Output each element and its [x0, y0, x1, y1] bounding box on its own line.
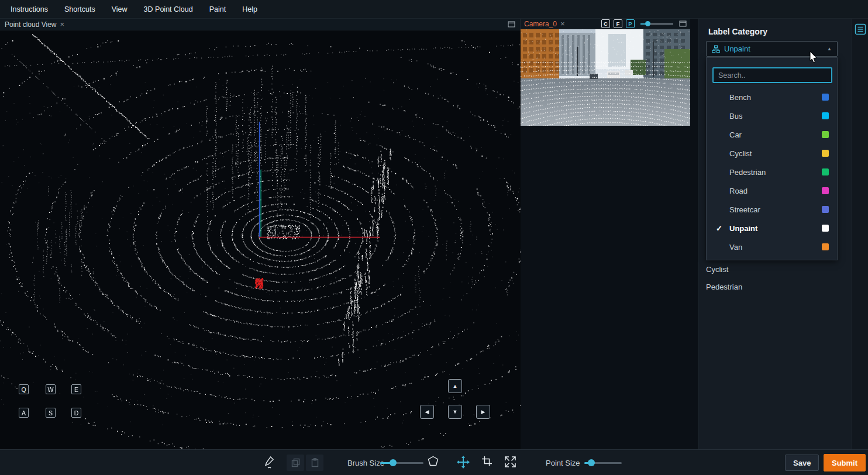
- menu-shortcuts[interactable]: Shortcuts: [64, 5, 95, 13]
- paste-labels-button[interactable]: [306, 455, 323, 471]
- camera-toggle-p[interactable]: P: [626, 19, 635, 28]
- point-cloud-view-tab[interactable]: Point cloud View: [5, 20, 57, 29]
- category-label: Unpaint: [729, 224, 757, 233]
- color-swatch: [822, 187, 829, 194]
- dropdown-selected-label: Unpaint: [724, 44, 750, 53]
- category-option-road[interactable]: ✓ Road: [707, 181, 837, 200]
- category-search-input[interactable]: [712, 67, 832, 83]
- maximize-panel-icon[interactable]: [508, 21, 515, 27]
- label-category-title: Label Category: [708, 27, 767, 36]
- category-icon: [712, 45, 720, 53]
- camera-maximize-panel-icon[interactable]: [679, 20, 687, 27]
- category-label: Cyclist: [729, 149, 752, 158]
- color-swatch: [822, 243, 829, 250]
- key-hint-d[interactable]: D: [71, 408, 81, 418]
- camera-toggle-f[interactable]: F: [614, 19, 622, 28]
- category-option-bench[interactable]: ✓ Bench: [707, 88, 837, 106]
- category-label: Pedestrian: [729, 168, 766, 177]
- category-label: Bench: [729, 93, 751, 102]
- menu-bar: Instructions Shortcuts View 3D Point Clo…: [0, 0, 868, 19]
- category-option-cyclist[interactable]: ✓ Cyclist: [707, 144, 837, 163]
- pan-up-button[interactable]: ▲: [448, 379, 462, 393]
- brush-size-label: Brush Size: [347, 459, 384, 467]
- camera-image-canvas[interactable]: [521, 29, 690, 126]
- submit-button[interactable]: Submit: [824, 454, 866, 471]
- camera-close-icon[interactable]: ×: [560, 20, 565, 27]
- color-swatch: [822, 150, 829, 157]
- label-instance-pedestrian[interactable]: Pedestrian: [706, 283, 742, 291]
- expand-fullscreen-icon[interactable]: [504, 456, 516, 468]
- move-tool-icon[interactable]: [456, 455, 470, 469]
- menu-paint[interactable]: Paint: [209, 5, 226, 13]
- key-hint-q[interactable]: Q: [19, 384, 29, 394]
- key-hint-w[interactable]: W: [46, 384, 56, 394]
- point-size-label: Point Size: [546, 459, 580, 467]
- crop-frame-icon[interactable]: [481, 456, 492, 467]
- color-swatch: [822, 206, 829, 213]
- category-label: Bus: [729, 112, 742, 121]
- label-instance-cyclist[interactable]: Cyclist: [706, 265, 728, 274]
- label-list-panel-icon[interactable]: [855, 23, 866, 35]
- label-category-dropdown[interactable]: Unpaint ▲: [706, 41, 838, 57]
- category-label: Streetcar: [729, 205, 760, 214]
- pan-right-button[interactable]: ▶: [476, 405, 490, 419]
- slider-thumb[interactable]: [588, 459, 595, 466]
- point-cloud-panel: Point cloud View × Q W E A S D ▲ ◀ ▼ ▶: [0, 19, 521, 449]
- color-swatch: [822, 225, 829, 232]
- category-option-unpaint[interactable]: ✓ Unpaint: [707, 219, 837, 238]
- camera-overlay-slider[interactable]: [640, 20, 673, 27]
- slider-thumb[interactable]: [390, 459, 397, 466]
- category-option-car[interactable]: ✓ Car: [707, 125, 837, 144]
- category-label: Van: [729, 243, 742, 252]
- category-label: Road: [729, 187, 748, 195]
- camera-panel: Camera_0 × C F P: [521, 19, 690, 126]
- category-option-bus[interactable]: ✓ Bus: [707, 106, 837, 125]
- copy-labels-button[interactable]: [287, 455, 304, 471]
- menu-help[interactable]: Help: [242, 5, 257, 13]
- polygon-tool-icon[interactable]: [428, 456, 439, 466]
- check-icon: ✓: [716, 224, 725, 233]
- category-option-pedestrian[interactable]: ✓ Pedestrian: [707, 163, 837, 181]
- key-hint-e[interactable]: E: [71, 384, 81, 394]
- slider-thumb[interactable]: [645, 21, 650, 26]
- key-hint-s[interactable]: S: [46, 408, 56, 418]
- point-size-slider[interactable]: [584, 459, 622, 466]
- close-icon[interactable]: ×: [60, 20, 65, 28]
- brush-tool-icon[interactable]: [264, 456, 274, 469]
- category-label: Car: [729, 130, 742, 139]
- camera-tabbar: Camera_0 × C F P: [521, 19, 690, 29]
- point-cloud-tabbar: Point cloud View ×: [0, 19, 520, 30]
- pan-down-button[interactable]: ▼: [448, 405, 462, 419]
- color-swatch: [822, 168, 829, 175]
- save-button[interactable]: Save: [785, 455, 819, 471]
- right-utility-strip: [852, 19, 868, 449]
- category-option-streetcar[interactable]: ✓ Streetcar: [707, 200, 837, 219]
- color-swatch: [822, 94, 829, 101]
- color-swatch: [822, 131, 829, 138]
- color-swatch: [822, 112, 829, 119]
- category-option-van[interactable]: ✓ Van: [707, 238, 837, 256]
- camera-tab[interactable]: Camera_0: [524, 20, 557, 28]
- caret-up-icon: ▲: [827, 46, 832, 51]
- menu-instructions[interactable]: Instructions: [11, 5, 48, 13]
- menu-view[interactable]: View: [112, 5, 128, 13]
- brush-size-slider[interactable]: [380, 459, 423, 466]
- menu-3d-point-cloud[interactable]: 3D Point Cloud: [144, 5, 193, 13]
- camera-toggle-c[interactable]: C: [601, 19, 610, 28]
- category-dropdown-panel: ✓ Bench ✓ Bus ✓ Car ✓ Cyclist ✓ Pedestri…: [706, 57, 838, 260]
- key-hint-a[interactable]: A: [19, 408, 29, 418]
- bottom-toolbar: Brush Size Point Size Save: [0, 449, 868, 475]
- label-sidebar: Label Category Unpaint ▲ ✓ Bench ✓ Bus ✓: [698, 19, 852, 449]
- pan-left-button[interactable]: ◀: [420, 405, 434, 419]
